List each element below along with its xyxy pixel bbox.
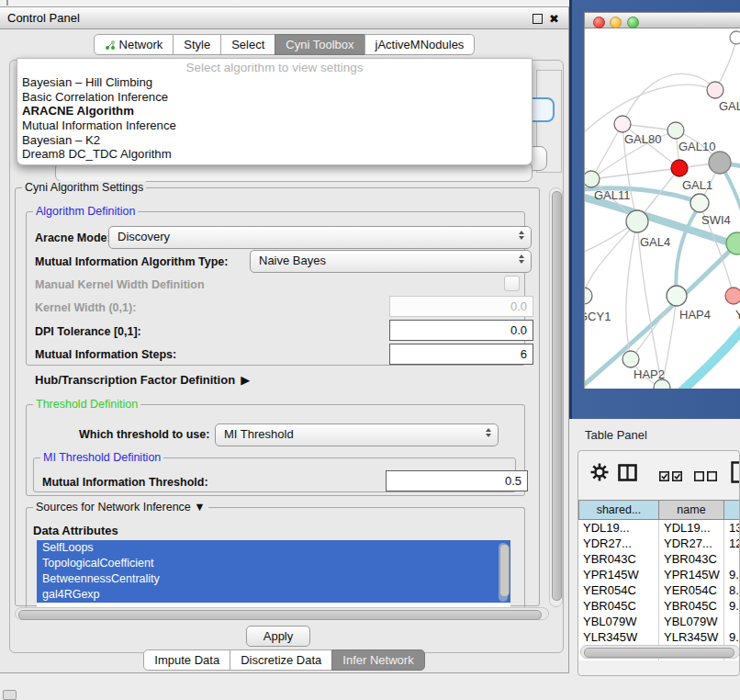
sources-title[interactable]: Sources for Network Inference ▼ <box>33 501 208 514</box>
data-attributes-list: SelfLoopsTopologicalCoefficientBetweenne… <box>37 540 510 607</box>
network-node-hap4[interactable] <box>667 286 687 306</box>
attribute-item[interactable]: TopologicalCoefficient <box>37 556 510 571</box>
settings-horizontal-scrollbar[interactable] <box>15 607 549 620</box>
mi-type-combo[interactable]: Naive Bayes <box>250 250 532 273</box>
tab-style[interactable]: Style <box>173 34 221 55</box>
column-header[interactable]: shared... <box>578 500 659 520</box>
collapsed-panel-chip[interactable] <box>3 690 17 700</box>
mi-threshold-label: Mutual Information Threshold: <box>42 476 208 489</box>
node-label: GAL4 <box>640 235 670 249</box>
close-traffic-light-icon[interactable] <box>593 17 605 28</box>
float-icon[interactable] <box>533 14 543 24</box>
table-panel-title: Table Panel <box>585 428 647 442</box>
dropdown-item[interactable]: Bayesian – Hill Climbing <box>17 75 532 90</box>
network-node-gal4[interactable] <box>626 210 648 232</box>
mi-steps-field[interactable] <box>389 344 533 365</box>
network-node-gal11[interactable] <box>585 171 600 187</box>
table-row[interactable]: YDR27...YDR27...12 <box>578 536 740 551</box>
network-node-gal10[interactable] <box>667 122 684 139</box>
table-panel-titlebar: Table Panel <box>569 419 740 450</box>
table-panel: shared...name YDL19...YDL19...13YDR27...… <box>577 450 740 676</box>
manual-kernel-checkbox[interactable] <box>504 276 520 291</box>
close-icon[interactable]: ✖ <box>549 13 559 25</box>
network-window-titlebar[interactable] <box>584 12 740 28</box>
cyni-settings-title: Cyni Algorithm Settings <box>22 181 146 194</box>
sources-title-text: Sources for Network Inference <box>36 501 191 514</box>
dropdown-item[interactable]: Mutual Information Inference <box>17 119 532 133</box>
table-cell: 9. <box>724 567 740 582</box>
network-edge[interactable] <box>631 296 677 359</box>
table-row[interactable]: YBL079WYBL079W <box>578 614 740 629</box>
checked-pair-icon[interactable] <box>659 470 682 484</box>
dropdown-item[interactable]: Bayesian – K2 <box>17 133 532 148</box>
tab-label: Discretize Data <box>241 650 321 670</box>
aracne-mode-combo[interactable]: Discovery <box>108 226 532 249</box>
kernel-width-field[interactable] <box>389 296 533 317</box>
table-cell: YDL19... <box>578 520 659 536</box>
table-row[interactable]: YDL19...YDL19...13 <box>578 520 740 536</box>
network-edge[interactable] <box>678 322 740 389</box>
algorithm-definition-title: Algorithm Definition <box>33 205 138 218</box>
table-row[interactable]: YBR045CYBR045C9. <box>578 598 740 614</box>
network-edge[interactable] <box>622 73 715 124</box>
attribute-item[interactable]: BetweennessCentrality <box>37 571 510 587</box>
dropdown-item[interactable]: Basic Correlation Inference <box>17 90 532 105</box>
tab-jactivemnodules[interactable]: jActiveMNodules <box>364 34 476 55</box>
table-row[interactable]: YPR145WYPR145W9. <box>578 567 740 582</box>
network-edge[interactable] <box>585 85 715 139</box>
network-node-gcy1[interactable] <box>585 288 592 304</box>
network-node[interactable] <box>730 31 740 44</box>
attribute-item[interactable]: SelfLoops <box>37 540 510 556</box>
dpi-tolerance-label: DPI Tolerance [0,1]: <box>35 325 141 338</box>
mi-threshold-field[interactable] <box>386 470 528 491</box>
network-node-swi4[interactable] <box>690 194 709 212</box>
tab-infer-network[interactable]: Infer Network <box>331 649 424 671</box>
network-node-gal1[interactable] <box>671 160 688 176</box>
top-strip <box>0 0 569 6</box>
dpi-tolerance-field[interactable] <box>389 320 533 341</box>
tab-select[interactable]: Select <box>220 34 275 55</box>
unchecked-pair-icon[interactable] <box>694 470 717 484</box>
dropdown-item[interactable]: ARACNE Algorithm <box>17 104 532 119</box>
tab-label: Infer Network <box>342 650 413 670</box>
split-columns-icon[interactable] <box>618 464 637 484</box>
node-label: GAL <box>719 99 740 113</box>
tab-impute-data[interactable]: Impute Data <box>143 649 230 671</box>
apply-button[interactable]: Apply <box>246 626 310 647</box>
network-node-y[interactable] <box>725 288 740 304</box>
table-horizontal-scrollbar[interactable] <box>580 645 740 659</box>
attr-items: SelfLoopsTopologicalCoefficientBetweenne… <box>37 540 510 603</box>
tab-label: jActiveMNodules <box>376 35 465 54</box>
which-threshold-combo[interactable]: MI Threshold <box>215 423 499 446</box>
tab-discretize-data[interactable]: Discretize Data <box>230 649 332 671</box>
table-row[interactable]: YBR043CYBR043C <box>578 551 740 567</box>
table-cell <box>724 551 740 567</box>
dropdown-item[interactable]: Dream8 DC_TDC Algorithm <box>17 147 532 162</box>
zoom-traffic-light-icon[interactable] <box>627 17 639 28</box>
column-header[interactable]: name <box>659 500 724 520</box>
network-node-hap2[interactable] <box>622 351 639 367</box>
table-row[interactable]: YLR345WYLR345W9. <box>578 629 740 645</box>
table-cell: 9. <box>724 629 740 645</box>
network-node[interactable] <box>709 152 731 174</box>
minimize-traffic-light-icon[interactable] <box>610 17 622 28</box>
gear-icon[interactable] <box>590 463 609 484</box>
list-scrollbar[interactable] <box>499 543 508 602</box>
network-edge[interactable] <box>591 124 622 179</box>
tab-network[interactable]: Network <box>94 34 174 55</box>
document-icon[interactable] <box>731 461 740 486</box>
tab-cyni-toolbox[interactable]: Cyni Toolbox <box>275 34 364 55</box>
which-threshold-label: Which threshold to use: <box>79 428 209 441</box>
network-node-gal[interactable] <box>707 82 723 98</box>
column-header[interactable] <box>724 500 740 520</box>
attribute-item[interactable]: gal4RGexp <box>37 587 510 603</box>
settings-vertical-scrollbar[interactable] <box>549 187 563 607</box>
network-canvas[interactable]: GALGAL80GAL10GAL1GAL11SWI4GAL4GCY1HAP4YH… <box>584 28 740 389</box>
network-edge[interactable] <box>585 221 637 296</box>
table-row[interactable]: YER054CYER054C8. <box>578 582 740 598</box>
node-label: GCY1 <box>585 310 611 323</box>
hub-definition-toggle[interactable]: Hub/Transcription Factor Definition▶ <box>35 373 250 387</box>
table-cell: YLR345W <box>578 629 659 645</box>
network-node-gal80[interactable] <box>614 116 631 132</box>
mi-steps-label: Mutual Information Steps: <box>35 348 176 361</box>
